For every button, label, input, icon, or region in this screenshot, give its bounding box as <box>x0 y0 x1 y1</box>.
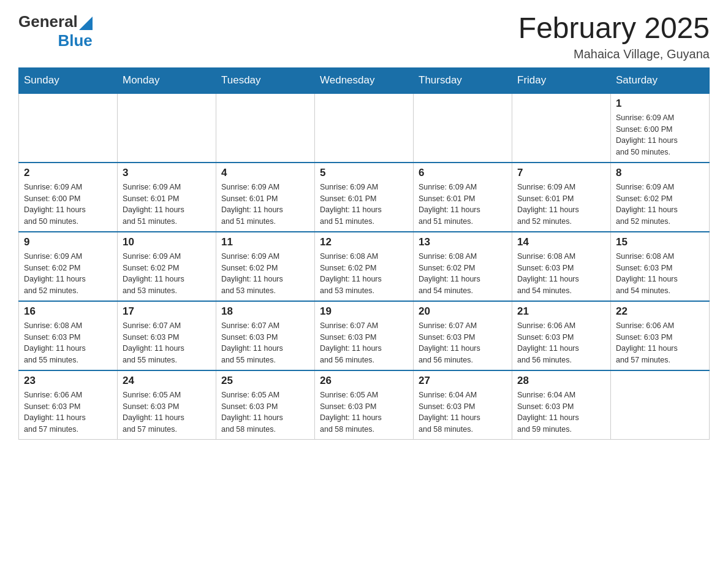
calendar-cell: 25Sunrise: 6:05 AM Sunset: 6:03 PM Dayli… <box>216 370 315 440</box>
day-info: Sunrise: 6:09 AM Sunset: 6:01 PM Dayligh… <box>221 182 309 228</box>
day-number: 27 <box>419 375 507 387</box>
day-number: 17 <box>123 305 211 318</box>
calendar-cell <box>611 370 710 440</box>
day-number: 8 <box>616 167 704 179</box>
calendar-cell: 28Sunrise: 6:04 AM Sunset: 6:03 PM Dayli… <box>512 370 611 440</box>
title-area: February 2025 Mahaica Village, Guyana <box>518 12 710 61</box>
calendar-cell: 4Sunrise: 6:09 AM Sunset: 6:01 PM Daylig… <box>216 163 315 232</box>
day-number: 10 <box>123 236 211 248</box>
day-info: Sunrise: 6:05 AM Sunset: 6:03 PM Dayligh… <box>320 389 408 435</box>
calendar-cell <box>216 93 315 163</box>
day-info: Sunrise: 6:08 AM Sunset: 6:03 PM Dayligh… <box>517 251 605 297</box>
day-number: 1 <box>616 98 704 110</box>
calendar-header-row: SundayMondayTuesdayWednesdayThursdayFrid… <box>19 67 710 93</box>
day-number: 7 <box>517 167 605 179</box>
location-subtitle: Mahaica Village, Guyana <box>518 47 710 61</box>
day-number: 2 <box>24 167 112 179</box>
calendar-cell: 13Sunrise: 6:08 AM Sunset: 6:02 PM Dayli… <box>414 232 512 301</box>
calendar-cell: 19Sunrise: 6:07 AM Sunset: 6:03 PM Dayli… <box>315 301 414 370</box>
calendar-cell <box>315 93 414 163</box>
day-number: 20 <box>419 305 507 318</box>
day-number: 25 <box>221 375 309 387</box>
logo-general: General <box>18 12 78 31</box>
day-info: Sunrise: 6:09 AM Sunset: 6:01 PM Dayligh… <box>419 182 507 228</box>
day-number: 14 <box>517 236 605 248</box>
calendar-table: SundayMondayTuesdayWednesdayThursdayFrid… <box>18 67 710 440</box>
calendar-cell: 7Sunrise: 6:09 AM Sunset: 6:01 PM Daylig… <box>512 163 611 232</box>
week-row-3: 9Sunrise: 6:09 AM Sunset: 6:02 PM Daylig… <box>19 232 710 301</box>
day-info: Sunrise: 6:09 AM Sunset: 6:01 PM Dayligh… <box>517 182 605 228</box>
day-number: 19 <box>320 305 408 318</box>
day-info: Sunrise: 6:08 AM Sunset: 6:03 PM Dayligh… <box>24 320 112 366</box>
calendar-cell <box>118 93 216 163</box>
day-info: Sunrise: 6:08 AM Sunset: 6:02 PM Dayligh… <box>419 251 507 297</box>
day-info: Sunrise: 6:04 AM Sunset: 6:03 PM Dayligh… <box>419 389 507 435</box>
calendar-cell: 27Sunrise: 6:04 AM Sunset: 6:03 PM Dayli… <box>414 370 512 440</box>
day-number: 12 <box>320 236 408 248</box>
day-info: Sunrise: 6:06 AM Sunset: 6:03 PM Dayligh… <box>616 320 704 366</box>
day-number: 13 <box>419 236 507 248</box>
week-row-4: 16Sunrise: 6:08 AM Sunset: 6:03 PM Dayli… <box>19 301 710 370</box>
calendar-cell: 10Sunrise: 6:09 AM Sunset: 6:02 PM Dayli… <box>118 232 216 301</box>
day-number: 23 <box>24 375 112 387</box>
logo-blue: Blue <box>58 31 92 50</box>
calendar-cell: 18Sunrise: 6:07 AM Sunset: 6:03 PM Dayli… <box>216 301 315 370</box>
calendar-cell: 5Sunrise: 6:09 AM Sunset: 6:01 PM Daylig… <box>315 163 414 232</box>
day-number: 26 <box>320 375 408 387</box>
day-info: Sunrise: 6:07 AM Sunset: 6:03 PM Dayligh… <box>320 320 408 366</box>
day-number: 28 <box>517 375 605 387</box>
day-number: 18 <box>221 305 309 318</box>
day-number: 11 <box>221 236 309 248</box>
day-number: 5 <box>320 167 408 179</box>
week-row-1: 1Sunrise: 6:09 AM Sunset: 6:00 PM Daylig… <box>19 93 710 163</box>
column-header-wednesday: Wednesday <box>315 67 414 93</box>
calendar-cell: 15Sunrise: 6:08 AM Sunset: 6:03 PM Dayli… <box>611 232 710 301</box>
calendar-cell: 2Sunrise: 6:09 AM Sunset: 6:00 PM Daylig… <box>19 163 118 232</box>
day-info: Sunrise: 6:07 AM Sunset: 6:03 PM Dayligh… <box>419 320 507 366</box>
calendar-cell <box>414 93 512 163</box>
calendar-cell: 3Sunrise: 6:09 AM Sunset: 6:01 PM Daylig… <box>118 163 216 232</box>
day-number: 9 <box>24 236 112 248</box>
calendar-cell: 12Sunrise: 6:08 AM Sunset: 6:02 PM Dayli… <box>315 232 414 301</box>
calendar-cell: 16Sunrise: 6:08 AM Sunset: 6:03 PM Dayli… <box>19 301 118 370</box>
calendar-cell <box>512 93 611 163</box>
day-info: Sunrise: 6:06 AM Sunset: 6:03 PM Dayligh… <box>24 389 112 435</box>
day-info: Sunrise: 6:06 AM Sunset: 6:03 PM Dayligh… <box>517 320 605 366</box>
day-info: Sunrise: 6:08 AM Sunset: 6:03 PM Dayligh… <box>616 251 704 297</box>
calendar-cell: 21Sunrise: 6:06 AM Sunset: 6:03 PM Dayli… <box>512 301 611 370</box>
calendar-cell: 14Sunrise: 6:08 AM Sunset: 6:03 PM Dayli… <box>512 232 611 301</box>
logo-triangle-icon <box>79 17 93 30</box>
day-info: Sunrise: 6:07 AM Sunset: 6:03 PM Dayligh… <box>221 320 309 366</box>
column-header-saturday: Saturday <box>611 67 710 93</box>
day-info: Sunrise: 6:09 AM Sunset: 6:00 PM Dayligh… <box>24 182 112 228</box>
day-number: 24 <box>123 375 211 387</box>
svg-marker-0 <box>79 17 93 30</box>
calendar-cell: 24Sunrise: 6:05 AM Sunset: 6:03 PM Dayli… <box>118 370 216 440</box>
day-info: Sunrise: 6:09 AM Sunset: 6:00 PM Dayligh… <box>616 112 704 158</box>
day-info: Sunrise: 6:09 AM Sunset: 6:01 PM Dayligh… <box>320 182 408 228</box>
column-header-tuesday: Tuesday <box>216 67 315 93</box>
day-info: Sunrise: 6:09 AM Sunset: 6:02 PM Dayligh… <box>123 251 211 297</box>
calendar-cell: 6Sunrise: 6:09 AM Sunset: 6:01 PM Daylig… <box>414 163 512 232</box>
day-number: 21 <box>517 305 605 318</box>
day-info: Sunrise: 6:05 AM Sunset: 6:03 PM Dayligh… <box>123 389 211 435</box>
calendar-cell: 20Sunrise: 6:07 AM Sunset: 6:03 PM Dayli… <box>414 301 512 370</box>
day-info: Sunrise: 6:04 AM Sunset: 6:03 PM Dayligh… <box>517 389 605 435</box>
day-number: 4 <box>221 167 309 179</box>
calendar-cell <box>19 93 118 163</box>
calendar-cell: 26Sunrise: 6:05 AM Sunset: 6:03 PM Dayli… <box>315 370 414 440</box>
day-number: 3 <box>123 167 211 179</box>
day-info: Sunrise: 6:09 AM Sunset: 6:02 PM Dayligh… <box>24 251 112 297</box>
column-header-sunday: Sunday <box>19 67 118 93</box>
day-info: Sunrise: 6:09 AM Sunset: 6:02 PM Dayligh… <box>616 182 704 228</box>
week-row-5: 23Sunrise: 6:06 AM Sunset: 6:03 PM Dayli… <box>19 370 710 440</box>
day-info: Sunrise: 6:07 AM Sunset: 6:03 PM Dayligh… <box>123 320 211 366</box>
day-number: 22 <box>616 305 704 318</box>
page-header: General Blue February 2025 Mahaica Villa… <box>18 12 710 61</box>
logo: General Blue <box>18 12 93 50</box>
column-header-monday: Monday <box>118 67 216 93</box>
day-info: Sunrise: 6:05 AM Sunset: 6:03 PM Dayligh… <box>221 389 309 435</box>
day-info: Sunrise: 6:09 AM Sunset: 6:02 PM Dayligh… <box>221 251 309 297</box>
month-title: February 2025 <box>518 12 710 45</box>
day-number: 15 <box>616 236 704 248</box>
